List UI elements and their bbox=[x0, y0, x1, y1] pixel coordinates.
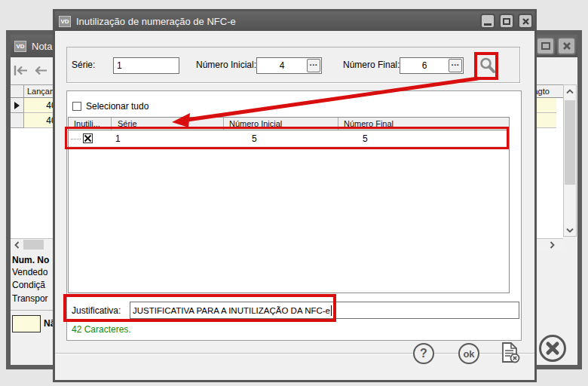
scroll-left-button[interactable] bbox=[11, 239, 23, 251]
exit-button[interactable] bbox=[539, 335, 566, 362]
inutilizacao-dialog: VD Inutilização de numeração de NFC-e Sé… bbox=[53, 9, 537, 382]
screen: VD Nota F Lançam . Pagto bbox=[0, 0, 588, 386]
char-counter: 42 Caracteres. bbox=[72, 324, 131, 335]
header-numero-inicial[interactable]: Número Inicial bbox=[224, 118, 338, 130]
header-numero-final[interactable]: Número Final bbox=[338, 118, 509, 130]
header-serie[interactable]: Série bbox=[112, 118, 224, 130]
scroll-right-button[interactable] bbox=[546, 239, 558, 251]
chevron-left-icon bbox=[14, 241, 20, 249]
cell-numero-inicial: 5 bbox=[224, 130, 338, 146]
maximize-button[interactable] bbox=[536, 37, 555, 55]
numero-final-label: Número Final: bbox=[343, 60, 400, 70]
close-icon bbox=[562, 41, 571, 51]
numero-final-picker-button[interactable]: ··· bbox=[449, 59, 462, 72]
table-row[interactable]: 1 5 5 bbox=[69, 130, 509, 147]
row-selector bbox=[11, 98, 24, 113]
dialog-title: Inutilização de numeração de NFC-e bbox=[76, 16, 236, 27]
info-vendedor: Vendedo bbox=[12, 267, 47, 277]
legend-color-swatch bbox=[12, 315, 41, 332]
vertical-scrollbar[interactable] bbox=[563, 84, 577, 237]
chevron-down-icon bbox=[566, 228, 574, 233]
scroll-up-button[interactable] bbox=[564, 85, 576, 97]
select-all-label: Selecionar tudo bbox=[86, 101, 149, 112]
checkmark-x-icon bbox=[84, 134, 92, 142]
dialog-vd-icon: VD bbox=[59, 16, 71, 27]
numero-final-input[interactable]: 6 ··· bbox=[400, 57, 464, 74]
info-transportadora: Transpor bbox=[12, 293, 48, 304]
numero-inicial-picker-button[interactable]: ··· bbox=[307, 59, 320, 72]
justificativa-input[interactable]: JUSTIFICATIVA PARA A INUTILIZAÇÃO DA NFC… bbox=[130, 302, 519, 319]
text-caret bbox=[331, 305, 332, 316]
close-button[interactable] bbox=[518, 14, 533, 29]
numero-inicial-input[interactable]: 4 ··· bbox=[256, 57, 322, 74]
maximize-icon bbox=[503, 18, 510, 25]
chevron-right-icon bbox=[550, 241, 555, 249]
search-button[interactable] bbox=[479, 57, 497, 75]
divider bbox=[11, 310, 57, 311]
cell-serie: 1 bbox=[112, 130, 224, 146]
serie-input[interactable]: 1 bbox=[113, 57, 179, 74]
serie-label: Série: bbox=[72, 60, 95, 70]
app-vd-icon: VD bbox=[14, 41, 26, 52]
inutilizacao-table: Inutili... Série Número Inicial Número F… bbox=[68, 117, 510, 293]
minimize-icon bbox=[484, 23, 492, 26]
first-record-icon[interactable] bbox=[12, 63, 29, 78]
row-selector bbox=[11, 113, 24, 128]
info-num-nota: Num. No bbox=[12, 255, 49, 265]
numero-inicial-label: Número Inicial: bbox=[196, 60, 256, 70]
horizontal-scroll-thumb[interactable] bbox=[23, 240, 44, 250]
chevron-up-icon bbox=[566, 89, 574, 94]
maximize-button[interactable] bbox=[499, 14, 514, 29]
header-inutilizar[interactable]: Inutili... bbox=[69, 118, 112, 130]
maximize-icon bbox=[541, 42, 550, 50]
exit-x-icon bbox=[545, 341, 560, 356]
vertical-scroll-thumb[interactable] bbox=[565, 100, 575, 185]
grid-selector-header bbox=[11, 85, 24, 97]
dialog-titlebar[interactable]: VD Inutilização de numeração de NFC-e bbox=[55, 11, 534, 31]
current-row-marker-icon bbox=[14, 102, 20, 109]
info-condicao: Condiçã bbox=[12, 280, 45, 290]
cancel-document-button[interactable] bbox=[500, 342, 521, 364]
minimize-button[interactable] bbox=[480, 14, 495, 29]
close-button[interactable] bbox=[557, 37, 576, 55]
cell-numero-final: 5 bbox=[338, 130, 509, 146]
dialog-toolbar: ? ok bbox=[55, 353, 534, 380]
table-header: Inutili... Série Número Inicial Número F… bbox=[69, 118, 509, 130]
ok-button[interactable]: ok bbox=[458, 343, 479, 364]
row-checkbox-checked[interactable] bbox=[83, 133, 93, 143]
tree-branch-dots bbox=[71, 139, 81, 139]
close-icon bbox=[522, 17, 530, 26]
previous-record-icon[interactable] bbox=[32, 63, 49, 78]
help-button[interactable]: ? bbox=[413, 343, 434, 364]
main-panel: Selecionar tudo Inutili... Série Número … bbox=[66, 90, 522, 341]
scroll-down-button[interactable] bbox=[564, 224, 576, 236]
justificativa-label: Justificativa: bbox=[72, 305, 121, 316]
select-all-checkbox[interactable] bbox=[72, 102, 81, 111]
